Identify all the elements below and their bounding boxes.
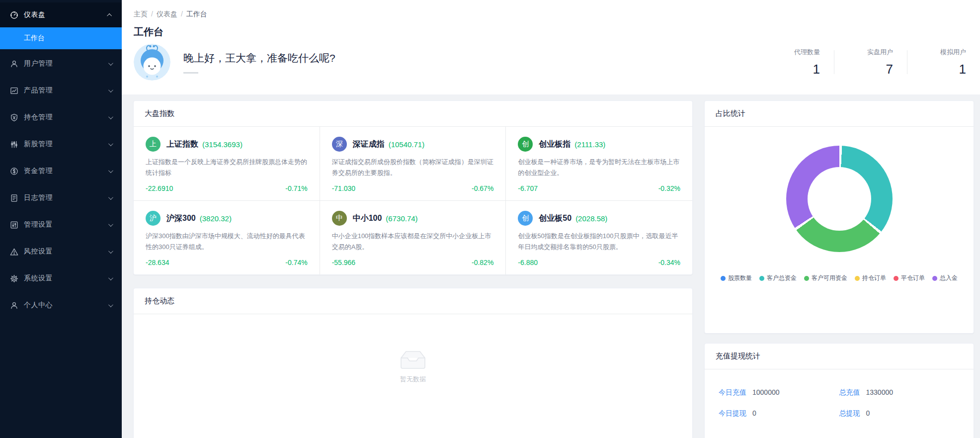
- index-name: 上证指数: [166, 139, 198, 150]
- stat-label: 实盘用户: [841, 48, 893, 57]
- legend-dot-icon: [855, 276, 860, 281]
- index-quote: (3154.3693): [202, 140, 243, 149]
- sidebar-item-持仓管理[interactable]: 持仓管理: [0, 105, 122, 130]
- positions-card: 持仓动态 暂无数据: [133, 288, 693, 438]
- ratio-card: 占比统计 股票数量客户总资金客户可用资金持仓订单平仓订单总入金: [704, 100, 974, 334]
- stat-实盘用户: 实盘用户7: [841, 48, 900, 77]
- breadcrumb-item: 工作台: [186, 10, 207, 18]
- chart-legend: 股票数量客户总资金客户可用资金持仓订单平仓订单总入金: [705, 274, 974, 282]
- sidebar-item-管理设置[interactable]: 管理设置: [0, 212, 122, 237]
- index-description: 沪深300指数由沪深市场中规模大、流动性好的最具代表性的300只证券组成。: [146, 231, 308, 253]
- index-description: 上证指数是一个反映上海证券交易所挂牌股票总体走势的统计指标: [146, 157, 308, 178]
- index-tile-上证指数: 上上证指数(3154.3693)上证指数是一个反映上海证券交易所挂牌股票总体走势…: [134, 127, 320, 201]
- system-gear-icon: [9, 274, 18, 283]
- index-tile-深证成指: 深深证成指(10540.71)深证成指交易所成份股价指数（简称深证成指）是深圳证…: [320, 127, 506, 201]
- sidebar-item-用户管理[interactable]: 用户管理: [0, 51, 122, 76]
- index-change-percent: -0.71%: [285, 184, 307, 192]
- stat-label: 模拟用户: [914, 48, 966, 57]
- legend-label: 总入金: [940, 274, 958, 282]
- index-change: -28.634: [146, 259, 169, 266]
- breadcrumb-separator: /: [181, 10, 183, 18]
- risk-warning-icon: [9, 247, 18, 256]
- legend-item-股票数量[interactable]: 股票数量: [721, 274, 752, 282]
- sidebar-item-风控设置[interactable]: 风控设置: [0, 239, 122, 264]
- breadcrumb-item[interactable]: 主页: [134, 10, 148, 18]
- user-manage-icon: [9, 59, 18, 68]
- sidebar-item-label: 个人中心: [24, 301, 108, 310]
- index-change: -71.030: [332, 184, 355, 192]
- index-name: 深证成指: [353, 139, 385, 150]
- sidebar-item-产品管理[interactable]: 产品管理: [0, 78, 122, 103]
- index-badge-icon: 深: [332, 137, 347, 152]
- index-change-percent: -0.32%: [658, 184, 680, 192]
- index-quote: (10540.71): [389, 140, 425, 149]
- breadcrumb: 主页/仪表盘/工作台: [122, 0, 980, 19]
- chevron-down-icon: [108, 61, 113, 66]
- stat-divider: [834, 50, 834, 74]
- sidebar-item-label: 新股管理: [24, 140, 108, 149]
- recharge-stat-value: 1330000: [866, 388, 894, 396]
- recharge-stat-总提现: 总提现0: [839, 409, 960, 418]
- recharge-stat-今日提现: 今日提现0: [719, 409, 839, 418]
- positions-title: 持仓动态: [134, 288, 692, 314]
- index-change-percent: -0.82%: [472, 259, 493, 266]
- legend-item-平仓订单[interactable]: 平仓订单: [894, 274, 925, 282]
- sidebar-item-仪表盘[interactable]: 仪表盘: [0, 2, 122, 27]
- index-tile-创业板50: 创创业板50(2028.58)创业板50指数是在创业板指的100只股票中，选取最…: [506, 201, 692, 274]
- legend-item-客户总资金[interactable]: 客户总资金: [759, 274, 797, 282]
- sidebar-item-label: 持仓管理: [24, 113, 108, 122]
- ipo-candles-icon: [9, 140, 18, 149]
- chevron-down-icon: [108, 222, 113, 227]
- legend-item-总入金[interactable]: 总入金: [932, 274, 958, 282]
- page-header: 主页/仪表盘/工作台 工作台: [122, 0, 980, 94]
- chevron-down-icon: [108, 141, 113, 146]
- sidebar-item-新股管理[interactable]: 新股管理: [0, 132, 122, 157]
- index-badge-icon: 创: [518, 211, 533, 226]
- index-quote: (2111.33): [574, 140, 605, 149]
- sidebar-item-个人中心[interactable]: 个人中心: [0, 293, 122, 318]
- stat-value: 1: [914, 62, 966, 77]
- breadcrumb-item[interactable]: 仪表盘: [157, 10, 177, 18]
- recharge-card: 充值提现统计 今日充值1000000总充值1330000今日提现0总提现0: [704, 343, 974, 438]
- legend-label: 股票数量: [728, 274, 752, 282]
- ratio-title: 占比统计: [705, 101, 974, 127]
- index-name: 中小100: [353, 213, 382, 224]
- sidebar-item-系统设置[interactable]: 系统设置: [0, 266, 122, 291]
- index-description: 深证成指交易所成份股价指数（简称深证成指）是深圳证券交易所的主要股指。: [332, 157, 494, 178]
- index-change: -22.6910: [146, 184, 173, 192]
- legend-item-客户可用资金[interactable]: 客户可用资金: [804, 274, 847, 282]
- sidebar-item-资金管理[interactable]: 资金管理: [0, 159, 122, 183]
- index-description: 创业板50指数是在创业板指的100只股票中，选取最近半年日均成交额排名靠前的50…: [518, 231, 680, 253]
- empty-inbox-icon: [400, 350, 426, 370]
- index-change: -55.966: [332, 259, 355, 266]
- avatar: [134, 44, 170, 81]
- position-shield-icon: [9, 113, 18, 122]
- legend-label: 持仓订单: [862, 274, 886, 282]
- index-change-percent: -0.34%: [658, 259, 680, 266]
- sidebar-item-label: 风控设置: [24, 247, 108, 256]
- recharge-stat-value: 0: [866, 409, 870, 417]
- stat-value: 1: [768, 62, 820, 77]
- recharge-stat-label: 今日提现: [719, 409, 746, 417]
- sidebar-item-label: 系统设置: [24, 274, 108, 283]
- legend-dot-icon: [721, 276, 726, 281]
- index-change: -6.707: [518, 184, 538, 192]
- index-quote: (6730.74): [386, 214, 417, 223]
- index-quote: (3820.32): [200, 214, 232, 223]
- header-stats: 代理数量1实盘用户7模拟用户1: [768, 48, 973, 77]
- chevron-down-icon: [108, 195, 113, 200]
- chevron-down-icon: [108, 275, 113, 280]
- index-description: 创业板是一种证券市场，是专为暂时无法在主板市场上市的创业型企业。: [518, 157, 680, 178]
- sidebar-subitem-工作台[interactable]: 工作台: [0, 27, 122, 49]
- legend-item-持仓订单[interactable]: 持仓订单: [855, 274, 886, 282]
- breadcrumb-separator: /: [151, 10, 153, 18]
- index-name: 创业板50: [539, 213, 572, 224]
- index-name: 沪深300: [166, 213, 196, 224]
- recharge-stat-总充值: 总充值1330000: [839, 388, 960, 397]
- index-change-percent: -0.74%: [285, 259, 307, 266]
- chevron-down-icon: [108, 249, 113, 254]
- greeting-text: 晚上好，王大拿，准备吃什么呢?: [183, 51, 335, 65]
- chevron-down-icon: [108, 302, 113, 307]
- sidebar-item-日志管理[interactable]: 日志管理: [0, 185, 122, 210]
- chevron-down-icon: [108, 88, 113, 92]
